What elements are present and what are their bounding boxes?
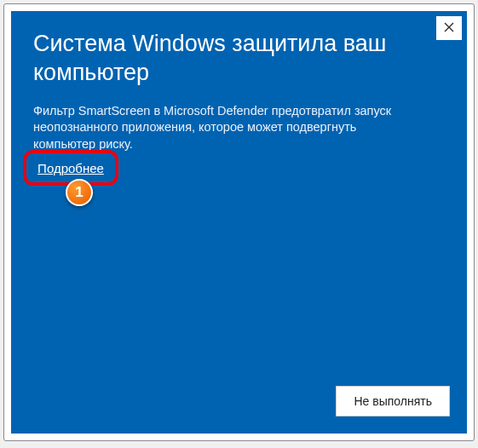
smartscreen-dialog: Система Windows защитила ваш компьютер Ф… (11, 11, 467, 434)
close-icon (444, 20, 454, 36)
dialog-title: Система Windows защитила ваш компьютер (11, 11, 467, 88)
close-button[interactable] (436, 16, 462, 40)
dont-run-button[interactable]: Не выполнять (336, 386, 450, 416)
more-info-link[interactable]: Подробнее (37, 161, 104, 175)
annotation-step-number: 1 (75, 184, 83, 201)
dialog-description: Фильтр SmartScreen в Microsoft Defender … (11, 88, 467, 153)
dialog-footer: Не выполнять (336, 386, 450, 416)
window-frame: Система Windows защитила ваш компьютер Ф… (3, 3, 475, 441)
annotation-highlight: Подробнее (23, 150, 118, 186)
annotation-step-badge: 1 (66, 179, 93, 206)
